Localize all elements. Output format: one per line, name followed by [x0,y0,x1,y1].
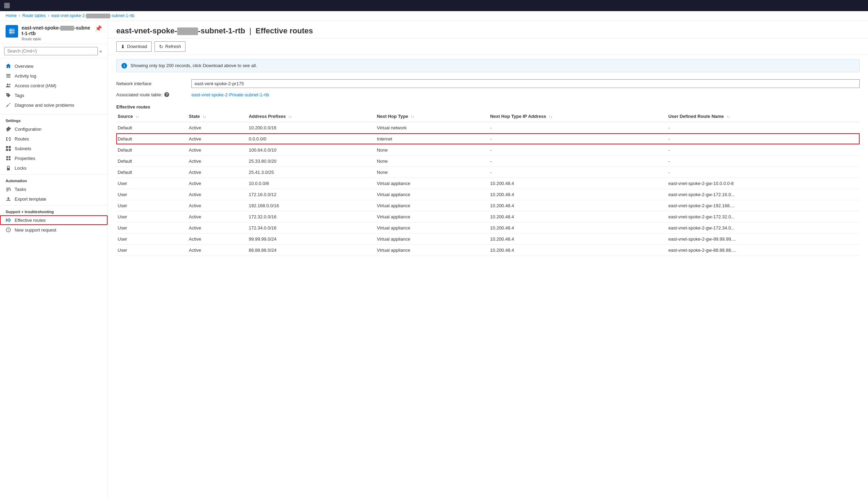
tag-icon [6,92,11,98]
table-row[interactable]: User Active 88.88.88.0/24 Virtual applia… [116,244,860,256]
cell-address-10: 99.99.99.0/24 [247,233,376,244]
sidebar-item-effective-routes[interactable]: Effective routes [0,215,108,225]
sidebar-item-subnets[interactable]: Subnets [0,144,108,153]
svg-point-8 [9,84,10,85]
network-interface-label: Network interface [116,81,186,86]
sidebar-item-properties[interactable]: Properties [0,153,108,163]
cell-hop-type-1: Internet [376,133,489,144]
cell-state-11: Active [188,244,247,256]
sidebar-item-tasks[interactable]: Tasks [0,184,108,194]
breadcrumb-home[interactable]: Home [6,13,17,18]
cell-state-1: Active [188,133,247,144]
sidebar-item-label-configuration: Configuration [15,127,41,132]
col-header-state[interactable]: State ↑↓ [188,111,247,122]
col-header-next-hop-ip[interactable]: Next Hop Type IP Address ↑↓ [489,111,667,122]
table-row[interactable]: User Active 10.0.0.0/8 Virtual appliance… [116,178,860,189]
sort-icon-hop-ip: ↑↓ [549,115,552,119]
cell-state-3: Active [188,155,247,167]
cell-user-defined-3: - [667,155,860,167]
export-icon [6,196,11,202]
sidebar-item-export-template[interactable]: Export template [0,194,108,204]
table-row[interactable]: User Active 172.16.0.0/12 Virtual applia… [116,189,860,200]
sidebar-item-label-locks: Locks [15,166,26,171]
table-row[interactable]: User Active 172.32.0.0/16 Virtual applia… [116,211,860,222]
page-title: east-vnet-spoke--subnet-1-rtb [116,26,245,35]
search-input[interactable] [4,47,98,55]
settings-section-title: Settings [0,116,108,124]
sidebar-item-access-control[interactable]: Access control (IAM) [0,81,108,90]
cell-hop-ip-2: - [489,144,667,155]
svg-rect-4 [6,74,10,75]
sort-icon-address: ↑↓ [289,115,292,119]
svg-rect-11 [6,149,8,151]
cell-hop-ip-3: - [489,155,667,167]
effective-routes-table: Source ↑↓ State ↑↓ Address Prefixes ↑↓ [116,111,860,256]
cell-address-2: 100.64.0.0/10 [247,144,376,155]
sidebar-item-label-new-support: New support request [15,227,56,233]
resource-header: east-vnet-spoke--subnet-1-rtb Route tabl… [0,21,108,44]
col-header-next-hop-type[interactable]: Next Hop Type ↑↓ [376,111,489,122]
support-section-title: Support + troubleshooting [0,207,108,215]
cell-source-9: User [116,222,188,233]
breadcrumb: Home › Route tables › east-vnet-spoke-2-… [0,11,868,21]
collapse-sidebar-button[interactable]: « [98,48,103,54]
cell-user-defined-11: east-vnet-spoke-2-gw-88.88.88.... [667,244,860,256]
cell-address-3: 25.33.80.0/20 [247,155,376,167]
help-icon[interactable]: ? [164,92,169,97]
svg-rect-20 [6,191,8,191]
routes-icon [6,136,11,142]
table-row[interactable]: Default Active 100.64.0.0/10 None - - [116,144,860,155]
svg-rect-6 [6,77,10,78]
refresh-button[interactable]: ↻ Refresh [155,41,186,52]
download-label: Download [127,44,147,49]
cell-address-4: 25.41.3.0/25 [247,167,376,178]
sidebar-item-tags[interactable]: Tags [0,90,108,100]
svg-rect-19 [6,189,9,190]
table-row[interactable]: Default Active 25.41.3.0/25 None - - [116,167,860,178]
download-button[interactable]: ⬇ Download [116,41,152,52]
cell-hop-ip-10: 10.200.48.4 [489,233,667,244]
sidebar-item-locks[interactable]: Locks [0,163,108,173]
cell-hop-ip-0: - [489,122,667,134]
cell-user-defined-0: - [667,122,860,134]
pin-icon[interactable]: 📌 [95,25,102,32]
sidebar-item-diagnose[interactable]: Diagnose and solve problems [0,100,108,110]
sidebar-item-overview[interactable]: Overview [0,61,108,71]
sidebar-item-configuration[interactable]: Configuration [0,124,108,134]
cell-source-7: User [116,200,188,211]
sidebar-item-activity-log[interactable]: Activity log [0,71,108,81]
cell-source-8: User [116,211,188,222]
table-row[interactable]: User Active 192.168.0.0/16 Virtual appli… [116,200,860,211]
resource-type: Route table [22,37,92,41]
cell-source-5: User [116,178,188,189]
table-row[interactable]: User Active 99.99.99.0/24 Virtual applia… [116,233,860,244]
associated-route-table-link[interactable]: east-vnet-spoke-2-Private-subnet-1-rtb [191,92,269,97]
cell-hop-ip-4: - [489,167,667,178]
col-header-address-prefixes[interactable]: Address Prefixes ↑↓ [247,111,376,122]
table-row[interactable]: User Active 172.34.0.0/16 Virtual applia… [116,222,860,233]
table-row[interactable]: Default Active 10.200.0.0/16 Virtual net… [116,122,860,134]
sidebar-item-new-support[interactable]: ? New support request [0,225,108,235]
cell-state-0: Active [188,122,247,134]
cell-hop-type-4: None [376,167,489,178]
azure-logo-icon [4,3,10,8]
cell-user-defined-9: east-vnet-spoke-2-gw-172.34.0... [667,222,860,233]
route-table-icon [8,27,16,35]
wrench-icon [6,102,11,108]
refresh-label: Refresh [165,44,181,49]
sidebar-item-routes[interactable]: Routes [0,134,108,144]
cell-source-3: Default [116,155,188,167]
breadcrumb-resource[interactable]: east-vnet-spoke-2--subnet-1-rtb [51,13,134,18]
breadcrumb-route-tables[interactable]: Route tables [22,13,46,18]
svg-rect-14 [9,156,10,158]
cell-hop-type-10: Virtual appliance [376,233,489,244]
svg-rect-5 [6,75,10,76]
cell-hop-type-9: Virtual appliance [376,222,489,233]
sidebar-item-label-overview: Overview [15,64,33,69]
sidebar-item-label-subnets: Subnets [15,146,31,151]
col-header-user-defined[interactable]: User Defined Route Name ↑↓ [667,111,860,122]
col-header-source[interactable]: Source ↑↓ [116,111,188,122]
table-row[interactable]: Default Active 0.0.0.0/0 Internet - - [116,133,860,144]
svg-rect-18 [6,188,10,188]
table-row[interactable]: Default Active 25.33.80.0/20 None - - [116,155,860,167]
